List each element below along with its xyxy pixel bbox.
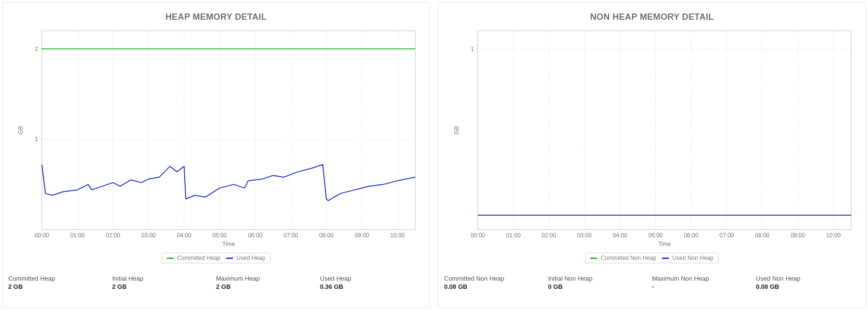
legend-label: Committed Heap [177,255,220,261]
heap-panel-title: HEAP MEMORY DETAIL [8,12,424,22]
heap-legend: Committed Heap Used Heap [8,253,424,263]
svg-text:09:00: 09:00 [355,232,369,239]
stat-initial-heap: Initial Heap 2 GB [112,275,216,290]
stat-value: 0.08 GB [756,283,860,290]
heap-memory-panel: HEAP MEMORY DETAIL 00:0001:0002:0003:000… [2,2,430,308]
stat-initial-non-heap: Initial Non Heap 0 GB [548,275,652,290]
stat-committed-heap: Committed Heap 2 GB [8,275,112,290]
svg-text:00:00: 00:00 [35,232,49,239]
non-heap-legend-box: Committed Non Heap Used Non Heap [585,253,718,263]
heap-stats: Committed Heap 2 GB Initial Heap 2 GB Ma… [8,275,424,299]
stat-used-heap: Used Heap 0.36 GB [320,275,424,290]
svg-text:09:00: 09:00 [791,232,805,239]
svg-text:04:00: 04:00 [613,232,627,239]
legend-swatch-committed [167,258,174,259]
stat-value: 0.36 GB [320,283,424,290]
svg-text:03:00: 03:00 [141,232,156,239]
svg-text:03:00: 03:00 [577,232,592,239]
stat-maximum-non-heap: Maximum Non Heap - [652,275,756,290]
svg-rect-0 [42,31,415,230]
svg-text:10:00: 10:00 [390,232,405,239]
non-heap-memory-panel: NON HEAP MEMORY DETAIL 00:0001:0002:0003… [438,2,866,308]
svg-rect-31 [478,31,851,230]
legend-item: Committed Non Heap [590,255,656,261]
svg-text:01:00: 01:00 [506,232,521,239]
svg-text:05:00: 05:00 [649,232,663,239]
svg-text:02:00: 02:00 [542,232,556,239]
svg-text:Time: Time [658,241,671,247]
heap-legend-box: Committed Heap Used Heap [162,253,271,263]
stat-label: Maximum Heap [216,275,320,282]
svg-text:1: 1 [35,136,38,142]
heap-chart: 00:0001:0002:0003:0004:0005:0006:0007:00… [8,25,424,251]
svg-text:05:00: 05:00 [213,232,227,239]
svg-text:Time: Time [222,241,235,247]
svg-text:00:00: 00:00 [471,232,485,239]
non-heap-chart-area: 00:0001:0002:0003:0004:0005:0006:0007:00… [444,25,860,251]
legend-swatch-committed [590,258,597,259]
legend-label: Used Non Heap [672,255,713,261]
stat-label: Used Heap [320,275,424,282]
stat-maximum-heap: Maximum Heap 2 GB [216,275,320,290]
stat-value: 2 GB [216,283,320,290]
non-heap-panel-title: NON HEAP MEMORY DETAIL [444,12,860,22]
legend-item: Used Heap [226,255,265,261]
stat-value: 0 GB [548,283,652,290]
svg-text:2: 2 [35,46,38,52]
svg-text:07:00: 07:00 [283,232,298,239]
svg-text:GB: GB [453,126,460,134]
stat-value: 0.08 GB [444,283,548,290]
stat-label: Committed Heap [8,275,112,282]
heap-chart-area: 00:0001:0002:0003:0004:0005:0006:0007:00… [8,25,424,251]
stat-label: Initial Non Heap [548,275,652,282]
legend-label: Committed Non Heap [601,255,656,261]
svg-text:1: 1 [471,46,474,52]
svg-text:06:00: 06:00 [248,232,262,239]
dashboard-panels: HEAP MEMORY DETAIL 00:0001:0002:0003:000… [0,0,868,310]
svg-text:07:00: 07:00 [719,232,734,239]
stat-label: Used Non Heap [756,275,860,282]
stat-committed-non-heap: Committed Non Heap 0.08 GB [444,275,548,290]
stat-label: Committed Non Heap [444,275,548,282]
legend-swatch-used [226,258,233,259]
svg-text:04:00: 04:00 [177,232,191,239]
legend-label: Used Heap [236,255,265,261]
svg-text:GB: GB [17,126,24,134]
stat-value: 2 GB [8,283,112,290]
non-heap-chart: 00:0001:0002:0003:0004:0005:0006:0007:00… [444,25,860,251]
stat-value: - [652,283,756,290]
non-heap-legend: Committed Non Heap Used Non Heap [444,253,860,263]
legend-item: Committed Heap [167,255,220,261]
stat-label: Maximum Non Heap [652,275,756,282]
svg-text:02:00: 02:00 [106,232,120,239]
stat-value: 2 GB [112,283,216,290]
stat-used-non-heap: Used Non Heap 0.08 GB [756,275,860,290]
stat-label: Initial Heap [112,275,216,282]
svg-text:10:00: 10:00 [826,232,841,239]
svg-text:08:00: 08:00 [319,232,333,239]
svg-text:01:00: 01:00 [70,232,85,239]
legend-swatch-used [662,258,669,259]
non-heap-stats: Committed Non Heap 0.08 GB Initial Non H… [444,275,860,299]
svg-text:08:00: 08:00 [755,232,769,239]
legend-item: Used Non Heap [662,255,714,261]
svg-text:06:00: 06:00 [684,232,698,239]
